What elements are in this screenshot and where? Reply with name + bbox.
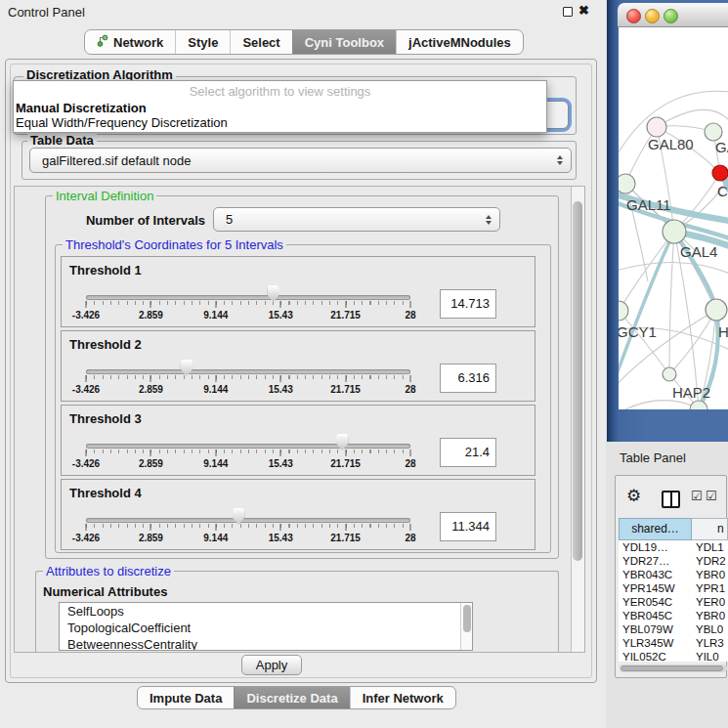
network-node[interactable] xyxy=(663,220,686,243)
threshold-2-scale: -3.426 2.859 9.144 15.43 21.715 28 xyxy=(86,384,410,396)
network-node-labels: GAL80 GAL C GAL11 GAL4 GCY1 H HAP2 xyxy=(619,136,728,401)
list-item[interactable]: TopologicalCoefficient xyxy=(60,620,472,636)
table-row[interactable]: YLR345WYLR3 xyxy=(619,636,728,650)
network-node[interactable] xyxy=(706,299,727,321)
column-header-shared-name[interactable]: shared… xyxy=(619,518,692,540)
slider-minor-ticks xyxy=(86,524,410,528)
cyni-mode-tabs: Impute Data Discretize Data Infer Networ… xyxy=(137,686,456,709)
tab-discretize-data[interactable]: Discretize Data xyxy=(234,687,349,708)
threshold-3-slider[interactable] xyxy=(86,432,410,457)
network-node[interactable] xyxy=(619,301,628,321)
combobox-arrows-icon xyxy=(557,155,563,165)
vertical-scrollbar-thumb[interactable] xyxy=(573,201,582,561)
threshold-4-value[interactable]: 11.344 xyxy=(440,512,496,541)
table-row[interactable]: YDR27…YDR2 xyxy=(619,554,728,568)
threshold-1-value[interactable]: 14.713 xyxy=(440,289,496,319)
list-item[interactable]: BetweennessCentrality xyxy=(60,636,472,651)
threshold-4-slider[interactable] xyxy=(86,506,410,532)
network-node-selected[interactable] xyxy=(712,165,728,181)
table-data-group-title: Table Data xyxy=(27,134,97,147)
table-row[interactable]: YBL079WYBL0 xyxy=(619,622,728,636)
algorithm-option-equal-width[interactable]: Equal Width/Frequency Discretization xyxy=(16,115,228,130)
slider-track[interactable] xyxy=(86,369,410,374)
close-traffic-light-icon[interactable] xyxy=(626,9,641,23)
table-data-combobox[interactable]: galFiltered.sif default node xyxy=(29,148,572,173)
node-label: GAL xyxy=(715,139,728,155)
table-row[interactable]: YER054CYER0 xyxy=(619,595,728,609)
threshold-4-label: Threshold 4 xyxy=(69,486,142,500)
gear-icon[interactable]: ⚙ xyxy=(626,486,641,506)
combobox-arrows-icon xyxy=(486,215,492,225)
algorithm-placeholder-option[interactable]: Select algorithm to view settings xyxy=(14,84,546,99)
network-node[interactable] xyxy=(619,174,635,193)
column-header-name[interactable]: n xyxy=(692,518,728,540)
network-window-titlebar[interactable] xyxy=(618,3,728,27)
numerical-attributes-label: Numerical Attributes xyxy=(43,584,167,599)
tab-select[interactable]: Select xyxy=(230,30,291,54)
network-node[interactable] xyxy=(647,117,666,137)
tab-network[interactable]: Network xyxy=(85,30,175,54)
number-of-intervals-combobox[interactable]: 5 xyxy=(213,207,500,232)
network-nodes xyxy=(619,117,728,409)
network-node[interactable] xyxy=(663,367,676,381)
threshold-3-label: Threshold 3 xyxy=(69,411,142,426)
interval-definition-group-title: Interval Definition xyxy=(53,190,156,202)
panel-title: Control Panel xyxy=(8,5,85,20)
threshold-1-slider[interactable] xyxy=(86,283,410,309)
numerical-attributes-list[interactable]: SelfLoops TopologicalCoefficient Between… xyxy=(59,602,473,651)
horizontal-scrollbar-thumb[interactable] xyxy=(621,665,723,671)
network-icon xyxy=(97,34,108,50)
checkbox-column-icon[interactable]: ☑ xyxy=(691,489,703,503)
table-panel-title: Table Panel xyxy=(620,450,686,465)
node-table[interactable]: YDL19…YDL1 YDR27…YDR2 YBR043CYBR0 YPR145… xyxy=(619,540,728,662)
number-of-intervals-value: 5 xyxy=(226,212,233,227)
close-icon[interactable]: ✖ xyxy=(578,3,589,18)
tab-style[interactable]: Style xyxy=(175,30,230,54)
threshold-3-scale: -3.426 2.859 9.144 15.43 21.715 28 xyxy=(86,458,410,470)
slider-minor-ticks xyxy=(86,450,410,453)
tab-jactivemnodules[interactable]: jActiveMNodules xyxy=(396,30,523,54)
node-label: GAL11 xyxy=(626,196,671,213)
node-label: HAP2 xyxy=(672,384,710,401)
list-item[interactable]: SelfLoops xyxy=(60,603,472,620)
table-data-combobox-value: galFiltered.sif default node xyxy=(42,153,191,168)
threshold-2-label: Threshold 2 xyxy=(69,337,142,352)
node-label: GAL80 xyxy=(648,136,694,152)
tab-cyni-toolbox[interactable]: Cyni Toolbox xyxy=(292,30,396,54)
checkbox-column-icon[interactable]: ☑ xyxy=(706,489,717,503)
list-scrollbar[interactable] xyxy=(460,603,472,650)
threshold-2-value[interactable]: 6.316 xyxy=(440,364,496,393)
node-label: C xyxy=(717,183,728,199)
control-panel: Control Panel ✖ Network Style Select Cyn… xyxy=(0,0,606,728)
table-row[interactable]: YBR045CYBR0 xyxy=(619,609,728,622)
control-panel-tabs: Network Style Select Cyni Toolbox jActiv… xyxy=(84,29,524,55)
screen: Control Panel ✖ Network Style Select Cyn… xyxy=(0,0,728,728)
table-row[interactable]: YDL19…YDL1 xyxy=(619,540,728,554)
minimize-traffic-light-icon[interactable] xyxy=(645,9,660,23)
algorithm-dropdown-popup: Select algorithm to view settings Manual… xyxy=(13,80,547,133)
node-label: H xyxy=(718,323,728,340)
threshold-3-value[interactable]: 21.4 xyxy=(440,438,496,467)
list-scrollbar-thumb[interactable] xyxy=(463,605,471,632)
network-canvas[interactable]: GAL80 GAL C GAL11 GAL4 GCY1 H HAP2 xyxy=(619,27,728,409)
node-label: GCY1 xyxy=(619,323,657,340)
table-row[interactable]: YBR043CYBR0 xyxy=(619,568,728,581)
column-layout-icon[interactable] xyxy=(662,491,680,508)
threshold-1-scale: -3.426 2.859 9.144 15.43 21.715 28 xyxy=(86,310,410,321)
table-row[interactable]: YIL052CYIL0 xyxy=(619,650,728,662)
float-window-icon[interactable] xyxy=(563,7,573,17)
algorithm-option-manual[interactable]: Manual Discretization xyxy=(16,101,147,115)
node-label: GAL4 xyxy=(680,243,717,260)
tab-infer-network[interactable]: Infer Network xyxy=(350,687,455,708)
threshold-2-slider[interactable] xyxy=(86,358,410,383)
apply-button[interactable]: Apply xyxy=(241,655,302,675)
slider-track[interactable] xyxy=(86,518,410,523)
slider-minor-ticks xyxy=(86,301,410,305)
tab-impute-data[interactable]: Impute Data xyxy=(138,687,234,708)
attributes-group-title: Attributes to discretize xyxy=(43,565,174,578)
slider-track[interactable] xyxy=(86,444,410,449)
zoom-traffic-light-icon[interactable] xyxy=(664,9,678,23)
threshold-1-label: Threshold 1 xyxy=(69,263,142,278)
table-row[interactable]: YPR145WYPR1 xyxy=(619,581,728,595)
slider-track[interactable] xyxy=(86,295,410,300)
